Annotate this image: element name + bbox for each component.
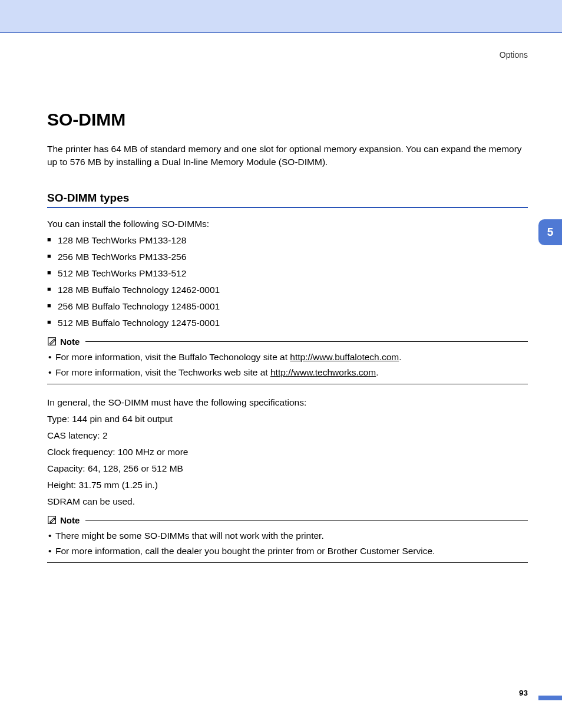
list-item: 256 MB TechWorks PM133-256 — [47, 252, 528, 262]
note-item: For more information, visit the Buffalo … — [47, 352, 528, 363]
note-pencil-icon — [47, 337, 58, 347]
note-item: For more information, visit the Techwork… — [47, 367, 528, 378]
spec-line: Height: 31.75 mm (1.25 in.) — [47, 480, 528, 490]
note-label: Note — [60, 515, 80, 525]
intro-paragraph: The printer has 64 MB of standard memory… — [47, 143, 528, 169]
note-rule — [85, 520, 528, 521]
section-subtitle: SO-DIMM types — [47, 192, 528, 208]
note-close-rule — [47, 384, 528, 384]
note-close-rule — [47, 562, 528, 563]
spec-line: CAS latency: 2 — [47, 430, 528, 441]
note-block-2: Note There might be some SO-DIMMs that w… — [47, 515, 528, 563]
note-rule — [85, 341, 528, 342]
page-content: SO-DIMM The printer has 64 MB of standar… — [0, 33, 562, 563]
note-text: . — [399, 352, 401, 362]
list-item: 512 MB TechWorks PM133-512 — [47, 268, 528, 279]
list-item: 128 MB TechWorks PM133-128 — [47, 235, 528, 246]
footer-accent — [538, 696, 562, 700]
note-text: For more information, visit the Buffalo … — [55, 352, 290, 362]
note-pencil-icon — [47, 515, 58, 526]
spec-group: In general, the SO-DIMM must have the fo… — [47, 397, 528, 507]
note-header: Note — [47, 515, 528, 526]
note-text: . — [376, 367, 378, 377]
spec-line: Type: 144 pin and 64 bit output — [47, 414, 528, 424]
spec-lead: In general, the SO-DIMM must have the fo… — [47, 397, 528, 408]
note-block-1: Note For more information, visit the Buf… — [47, 337, 528, 384]
note-item: For more information, call the dealer yo… — [47, 546, 528, 556]
section-header: Options — [500, 50, 528, 60]
list-item: 128 MB Buffalo Technology 12462-0001 — [47, 285, 528, 295]
techworks-link[interactable]: http://www.techworks.com — [270, 367, 376, 377]
spec-line: Capacity: 64, 128, 256 or 512 MB — [47, 463, 528, 474]
list-item: 256 MB Buffalo Technology 12485-0001 — [47, 301, 528, 312]
chapter-tab: 5 — [538, 219, 562, 245]
note-item: There might be some SO-DIMMs that will n… — [47, 531, 528, 541]
note-header: Note — [47, 337, 528, 347]
note-text: For more information, visit the Techwork… — [55, 367, 270, 377]
page-title: SO-DIMM — [47, 110, 528, 130]
spec-line: Clock frequency: 100 MHz or more — [47, 447, 528, 457]
list-item: 512 MB Buffalo Technology 12475-0001 — [47, 318, 528, 328]
spec-line: SDRAM can be used. — [47, 496, 528, 507]
page-number: 93 — [519, 689, 528, 697]
header-band — [0, 0, 562, 33]
list-lead: You can install the following SO-DIMMs: — [47, 219, 528, 229]
buffalo-link[interactable]: http://www.buffalotech.com — [290, 352, 399, 362]
note-label: Note — [60, 337, 80, 347]
